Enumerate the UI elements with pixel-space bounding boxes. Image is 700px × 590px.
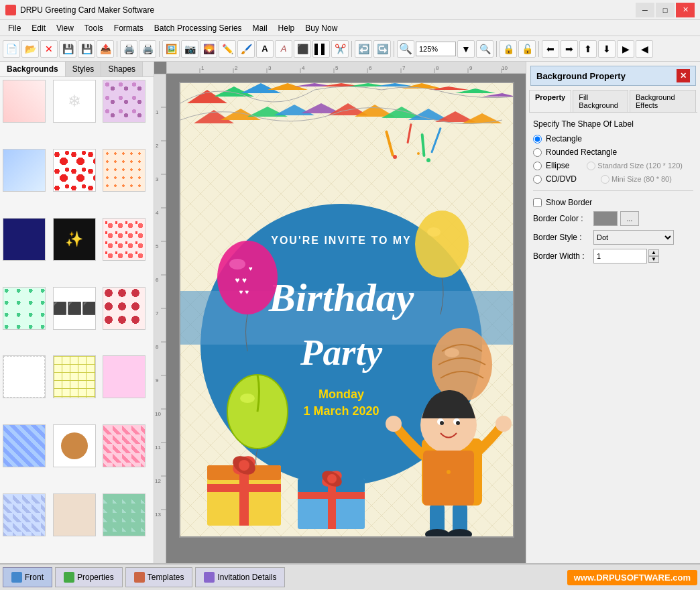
front-label: Front: [25, 573, 44, 582]
zoom-input[interactable]: 125%: [416, 42, 456, 56]
tb-more2[interactable]: ◀: [636, 40, 653, 58]
tab-property[interactable]: Property: [529, 90, 571, 112]
menu-file[interactable]: File: [3, 22, 26, 34]
card-canvas[interactable]: YOU'RE INVITE TO MY Birthday Party Monda…: [179, 82, 514, 538]
menu-buynow[interactable]: Buy Now: [300, 22, 343, 34]
tab-styles[interactable]: Styles: [66, 62, 102, 76]
tb-print[interactable]: 🖨️: [120, 40, 137, 58]
tb-brush[interactable]: 🖌️: [237, 40, 255, 58]
tab-backgrounds[interactable]: Backgrounds: [0, 62, 66, 76]
tb-save-as[interactable]: 💾: [78, 40, 95, 58]
shape-cddvd-radio[interactable]: [533, 175, 542, 184]
thumb-11[interactable]: ⬛⬛⬛: [53, 287, 96, 330]
thumb-6[interactable]: [103, 149, 145, 192]
close-button[interactable]: ✕: [676, 3, 695, 17]
thumb-18[interactable]: [103, 424, 145, 467]
tb-back[interactable]: ⬅: [542, 40, 559, 58]
menu-batch[interactable]: Batch Processing Series: [149, 22, 247, 34]
tab-shapes[interactable]: Shapes: [101, 62, 143, 76]
menu-tools[interactable]: Tools: [79, 22, 109, 34]
shape-ellipse-radio[interactable]: [533, 162, 542, 170]
tb-print2[interactable]: 🖨️: [139, 40, 156, 58]
tb-zoom-down[interactable]: ▼: [457, 40, 475, 58]
svg-rect-102: [207, 484, 281, 492]
tab-background-effects[interactable]: Background Effects: [630, 90, 696, 112]
thumb-20[interactable]: [53, 493, 96, 536]
tb-more[interactable]: ▶: [617, 40, 634, 58]
border-width-up[interactable]: ▲: [648, 249, 659, 256]
thumb-21[interactable]: [103, 493, 145, 536]
tab-fill-background[interactable]: Fill Background: [573, 90, 628, 112]
tb-wordart[interactable]: A: [275, 40, 292, 58]
border-color-picker-btn[interactable]: ...: [620, 211, 639, 226]
tb-lock2[interactable]: 🔓: [518, 40, 536, 58]
border-style-select[interactable]: Dot Solid Dash DashDot: [593, 230, 674, 245]
border-width-input[interactable]: 1: [593, 249, 647, 263]
toolbar: 📄 📂 ✕ 💾 💾 📤 🖨️ 🖨️ 🖼️ 📷 🌄 ✏️ 🖌️ A A ⬛ ▌▌ …: [0, 36, 700, 62]
tb-open[interactable]: 📂: [21, 40, 39, 58]
tb-shape[interactable]: ⬛: [294, 40, 311, 58]
tb-img3[interactable]: 🌄: [200, 40, 217, 58]
shape-cddvd-label: CD/DVD: [546, 174, 577, 184]
bottom-properties-btn[interactable]: Properties: [55, 567, 123, 587]
thumb-3[interactable]: [103, 80, 145, 123]
tb-save[interactable]: 💾: [59, 40, 76, 58]
thumb-10[interactable]: [3, 287, 46, 330]
thumb-12[interactable]: [103, 287, 145, 330]
thumb-2[interactable]: ❄: [53, 80, 96, 123]
show-border-checkbox[interactable]: [533, 198, 542, 207]
tb-export[interactable]: 📤: [97, 40, 114, 58]
thumb-19[interactable]: [3, 493, 46, 536]
tb-img[interactable]: 🖼️: [162, 40, 180, 58]
thumb-16[interactable]: [3, 424, 46, 467]
thumb-8[interactable]: ✨: [53, 218, 96, 261]
toolbar-separator-6: [538, 41, 539, 57]
shape-rectangle-radio[interactable]: [533, 135, 542, 143]
menu-view[interactable]: View: [51, 22, 79, 34]
maximize-button[interactable]: □: [656, 3, 675, 17]
shape-rounded-radio[interactable]: [533, 148, 542, 157]
thumb-14[interactable]: [53, 355, 96, 398]
thumb-13[interactable]: [3, 355, 46, 398]
bottom-templates-btn[interactable]: Templates: [125, 567, 193, 587]
tb-pencil[interactable]: ✏️: [219, 40, 236, 58]
thumb-7[interactable]: [3, 218, 46, 261]
thumbnail-grid: ❄ ✨ ⬛⬛⬛: [0, 77, 154, 563]
canvas-area[interactable]: 1 2 3 4 5 6 7 8 9 10: [154, 62, 526, 563]
background-property-close[interactable]: ✕: [677, 69, 690, 82]
tb-new[interactable]: 📄: [3, 40, 20, 58]
tb-fwd[interactable]: ➡: [561, 40, 578, 58]
menu-formats[interactable]: Formats: [109, 22, 149, 34]
tb-lock[interactable]: 🔒: [500, 40, 517, 58]
tb-up[interactable]: ⬆: [579, 40, 597, 58]
tb-barcode[interactable]: ▌▌: [312, 40, 330, 58]
bottom-front-btn[interactable]: Front: [3, 567, 52, 587]
tb-redo[interactable]: ↪️: [373, 40, 391, 58]
tb-text[interactable]: A: [256, 40, 274, 58]
tb-zoom-in[interactable]: 🔍: [397, 40, 414, 58]
border-color-swatch[interactable]: [593, 211, 618, 226]
menu-help[interactable]: Help: [273, 22, 300, 34]
thumb-5[interactable]: [53, 149, 96, 192]
tb-img2[interactable]: 📷: [181, 40, 198, 58]
tb-close-doc[interactable]: ✕: [40, 40, 58, 58]
menu-edit[interactable]: Edit: [26, 22, 51, 34]
standard-size-radio[interactable]: [587, 162, 595, 170]
thumb-4[interactable]: [3, 149, 46, 192]
menu-mail[interactable]: Mail: [247, 22, 273, 34]
minimize-button[interactable]: ─: [636, 3, 654, 17]
tb-arrange[interactable]: ⬇: [598, 40, 616, 58]
thumb-1[interactable]: [3, 80, 46, 123]
thumb-17[interactable]: [53, 424, 96, 467]
svg-text:1: 1: [201, 65, 205, 71]
tb-undo[interactable]: ↩️: [355, 40, 372, 58]
border-width-down[interactable]: ▼: [648, 256, 659, 263]
thumb-9[interactable]: [103, 218, 145, 261]
border-style-label: Border Style :: [533, 233, 593, 242]
bottom-invitation-btn[interactable]: Invitation Details: [195, 567, 285, 587]
tb-clipart[interactable]: ✂️: [331, 40, 349, 58]
svg-text:Party: Party: [300, 332, 383, 373]
mini-size-radio[interactable]: [601, 175, 609, 184]
tb-zoom-out[interactable]: 🔍: [476, 40, 493, 58]
thumb-15[interactable]: [103, 355, 145, 398]
